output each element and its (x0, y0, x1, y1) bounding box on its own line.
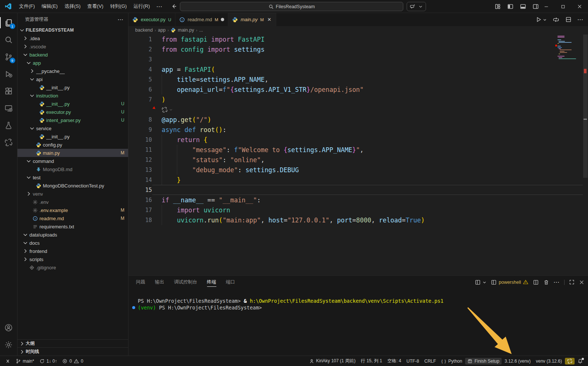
toggle-sidebar-icon[interactable] (507, 3, 514, 10)
copilot-chat-button[interactable] (407, 2, 426, 11)
tree-file-readme.md[interactable]: readme.mdM (18, 214, 128, 222)
menu-more[interactable]: ··· (153, 3, 166, 10)
panel-tab-2[interactable]: 调试控制台 (174, 276, 197, 289)
chevron-down-icon[interactable] (22, 232, 28, 238)
activitybar-source-control[interactable]: 9 (0, 48, 18, 65)
chevron-down-icon[interactable] (29, 93, 35, 99)
tree-file-requirements.txt[interactable]: requirements.txt (18, 222, 128, 231)
tree-file-.env.example[interactable]: .env.exampleM (18, 206, 128, 214)
run-python-file-button[interactable] (535, 16, 547, 23)
activitybar-explorer[interactable]: 1 (0, 14, 18, 31)
maximize-panel-icon[interactable] (569, 279, 575, 285)
sidebar-section-0[interactable]: 大纲 (18, 339, 128, 347)
tree-folder-app[interactable]: app (18, 59, 128, 67)
status-remote[interactable] (3, 358, 13, 365)
status-copilot-status[interactable] (565, 358, 575, 365)
back-arrow-icon[interactable] (171, 3, 177, 9)
split-terminal-icon[interactable] (533, 279, 539, 285)
status-language-mode[interactable]: { }Python (439, 358, 464, 365)
chevron-down-icon[interactable] (543, 18, 547, 22)
activitybar-testing[interactable] (0, 117, 18, 134)
chevron-right-icon[interactable] (22, 35, 28, 41)
panel-tab-4[interactable]: 端口 (226, 276, 235, 289)
breadcrumb-item-1[interactable]: app (158, 28, 166, 33)
tree-file-MongoDB.md[interactable]: MongoDB.md (18, 165, 128, 173)
tree-file-.env[interactable]: .env (18, 198, 128, 206)
tree-folder-test[interactable]: test (18, 173, 128, 182)
code-editor[interactable]: 1from fastapi import FastAPI2from config… (128, 34, 588, 275)
chevron-right-icon[interactable] (26, 191, 32, 197)
menu-item-2[interactable]: 选择(S) (61, 2, 84, 11)
chevron-right-icon[interactable] (22, 44, 28, 49)
minimize-button[interactable] (538, 0, 554, 13)
tree-folder-__pycache__[interactable]: __pycache__ (18, 67, 128, 75)
chevron-right-icon[interactable] (22, 256, 28, 262)
panel-tab-1[interactable]: 输出 (155, 276, 164, 289)
breadcrumb-item-2[interactable]: main.py (178, 28, 194, 33)
run-loop-icon[interactable] (553, 16, 559, 23)
chevron-right-icon[interactable] (22, 248, 28, 254)
status-python-env[interactable]: venv (3.12.6) (534, 358, 564, 365)
tree-folder-service[interactable]: service (18, 124, 128, 132)
activitybar-search[interactable] (0, 31, 18, 48)
tree-folder-.vscode[interactable]: .vscode (18, 42, 128, 51)
tree-folder-.idea[interactable]: .idea (18, 34, 128, 42)
tree-file-.gitignore[interactable]: .gitignore (18, 263, 128, 272)
kill-terminal-icon[interactable] (543, 279, 549, 285)
tree-folder-scripts[interactable]: scripts (18, 255, 128, 263)
menu-item-5[interactable]: 运行(R) (130, 2, 153, 11)
chevron-down-icon[interactable] (26, 158, 32, 164)
tree-folder-api[interactable]: api (18, 75, 128, 83)
command-center-search[interactable]: FilesReadSysteam (180, 2, 403, 11)
sidebar-section-1[interactable]: 时间线 (18, 347, 128, 356)
status-indentation[interactable]: 空格: 4 (385, 357, 403, 365)
tree-folder-venv[interactable]: venv (18, 190, 128, 198)
menu-item-0[interactable]: 文件(F) (16, 2, 38, 11)
chevron-down-icon[interactable] (29, 125, 35, 131)
close-window-button[interactable] (571, 0, 588, 13)
activitybar-copilot[interactable] (0, 134, 18, 151)
chevron-down-icon[interactable] (22, 52, 28, 58)
minimap[interactable] (557, 36, 582, 64)
activitybar-extensions[interactable] (0, 83, 18, 100)
editor-tab-main.py[interactable]: main.pyM✕ (228, 13, 276, 26)
status-branch[interactable]: main* (13, 358, 36, 365)
terminal-new-button[interactable] (475, 279, 486, 285)
tree-folder-backend[interactable]: backend (18, 51, 128, 59)
status-encoding[interactable]: UTF-8 (404, 358, 422, 365)
toggle-panel-icon[interactable] (520, 3, 526, 10)
status-commit-info[interactable]: KiriAky 107 (1 周前) (307, 357, 358, 365)
menu-item-1[interactable]: 编辑(E) (38, 2, 61, 11)
tree-file-__init__.py[interactable]: __init__.py (18, 132, 128, 141)
customize-layout-icon[interactable] (495, 3, 501, 10)
chevron-down-icon[interactable] (26, 174, 32, 180)
tree-folder-command[interactable]: command (18, 157, 128, 165)
editor-more-actions[interactable]: ··· (578, 17, 584, 22)
chevron-down-icon[interactable] (22, 240, 28, 246)
status-cursor-position[interactable]: 行 15, 列 1 (359, 357, 384, 365)
tree-file-executor.py[interactable]: executor.pyU (18, 108, 128, 116)
editor-scrollbar[interactable] (583, 34, 588, 275)
split-editor-icon[interactable] (565, 16, 572, 23)
close-tab-icon[interactable]: ✕ (266, 17, 272, 22)
chevron-down-icon[interactable] (169, 108, 173, 112)
scrollbar-slider[interactable] (583, 35, 588, 178)
workspace-root-folder[interactable]: FILESREADSYSTEAM (18, 26, 128, 34)
dirty-indicator[interactable] (221, 18, 224, 21)
panel-more-actions[interactable]: ··· (554, 279, 560, 285)
chevron-down-icon[interactable] (26, 60, 32, 66)
status-notifications[interactable] (575, 358, 585, 365)
editor-tab-executor.py[interactable]: executor.pyU (128, 13, 175, 26)
explorer-more-actions[interactable]: ··· (118, 17, 124, 22)
menu-item-3[interactable]: 查看(V) (84, 2, 107, 11)
tree-file-MongoDBConnectionTest.py[interactable]: MongoDBConnectionTest.py (18, 182, 128, 190)
tree-folder-frontend[interactable]: frontend (18, 247, 128, 255)
status-eol[interactable]: CRLF (422, 358, 438, 365)
command-decoration-dot[interactable] (132, 306, 135, 309)
breadcrumb-item-3[interactable]: ... (199, 28, 203, 33)
status-finish-setup[interactable]: Finish Setup (465, 358, 502, 365)
tree-folder-docs[interactable]: docs (18, 239, 128, 247)
breadcrumb-item-0[interactable]: backend (135, 28, 153, 33)
tree-folder-data-uploads[interactable]: data\uploads (18, 231, 128, 239)
panel-tab-0[interactable]: 问题 (136, 276, 145, 289)
